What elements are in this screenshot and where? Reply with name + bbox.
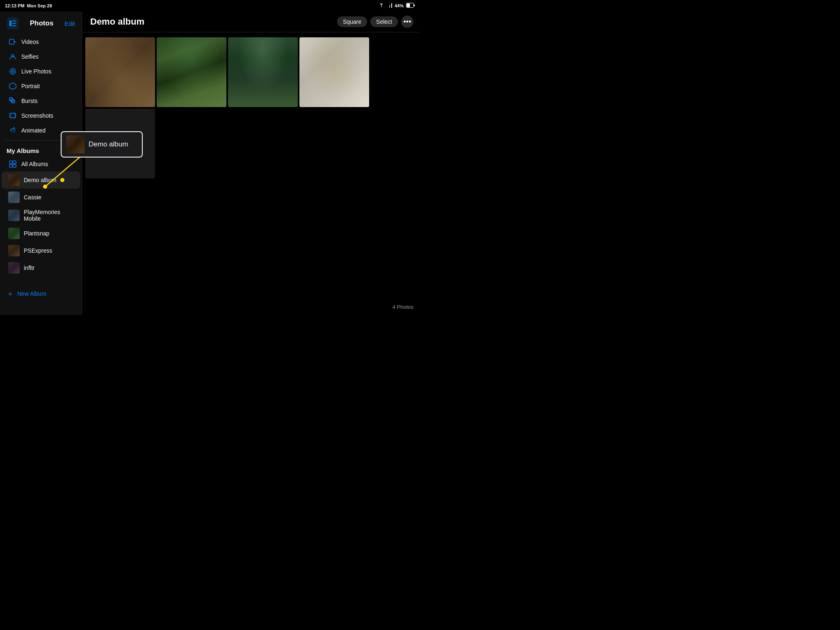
sidebar-toggle-icon[interactable] bbox=[7, 17, 19, 30]
psexpress-thumbnail bbox=[8, 245, 20, 256]
sidebar-item-playmemories[interactable]: PlayMemories Mobile bbox=[2, 206, 80, 225]
new-album-plus-icon: ＋ bbox=[7, 289, 14, 299]
photo-item-2[interactable] bbox=[157, 37, 226, 107]
svg-point-14 bbox=[12, 71, 13, 72]
sidebar-label-bursts: Bursts bbox=[21, 98, 38, 104]
main-content: Demo album Square Select ••• + 4 Photos bbox=[82, 11, 420, 315]
svg-rect-21 bbox=[13, 161, 16, 164]
sidebar-label-demo-album: Demo album bbox=[24, 177, 56, 183]
sidebar-label-videos: Videos bbox=[21, 39, 39, 45]
new-album-label: New Album bbox=[17, 290, 46, 297]
svg-marker-0 bbox=[391, 3, 392, 8]
svg-rect-6 bbox=[12, 21, 16, 21]
sidebar-item-cassie[interactable]: Cassie bbox=[2, 189, 80, 206]
videos-icon bbox=[8, 37, 17, 46]
sidebar-label-all-albums: All Albums bbox=[21, 161, 48, 167]
sidebar-item-all-albums[interactable]: All Albums bbox=[2, 157, 80, 171]
screenshots-icon bbox=[8, 111, 17, 120]
svg-marker-10 bbox=[14, 41, 16, 43]
svg-rect-9 bbox=[9, 39, 14, 44]
square-button[interactable]: Square bbox=[337, 16, 367, 27]
header-actions: Square Select ••• bbox=[337, 16, 413, 28]
animated-icon bbox=[8, 126, 17, 135]
status-left: 12:13 PM Mon Sep 28 bbox=[5, 3, 52, 8]
portrait-icon bbox=[8, 82, 17, 91]
photo-item-4[interactable] bbox=[299, 37, 369, 107]
playmemories-thumbnail bbox=[8, 210, 20, 221]
sidebar-label-selfies: Selfies bbox=[21, 53, 39, 60]
demo-album-thumbnail bbox=[8, 174, 20, 186]
svg-rect-7 bbox=[12, 23, 16, 24]
demo-album-indicator bbox=[60, 178, 64, 182]
wifi-icon bbox=[378, 3, 385, 9]
sidebar-label-playmemories: PlayMemories Mobile bbox=[24, 209, 73, 222]
battery-label: 44% bbox=[395, 3, 404, 8]
sidebar-header: Photos Edit bbox=[0, 14, 82, 34]
signal-icon bbox=[387, 3, 392, 9]
infltr-thumbnail bbox=[8, 262, 20, 274]
status-right: 44% bbox=[378, 3, 415, 9]
plantsnap-thumbnail bbox=[8, 228, 20, 239]
sidebar-title: Photos bbox=[30, 19, 54, 27]
photo-count-label: 4 Photos bbox=[393, 304, 413, 310]
svg-marker-15 bbox=[9, 83, 16, 89]
date: Mon Sep 28 bbox=[27, 3, 52, 8]
new-album-button[interactable]: ＋ New Album bbox=[0, 285, 82, 303]
svg-rect-3 bbox=[407, 4, 410, 7]
sidebar-label-animated: Animated bbox=[21, 127, 46, 134]
my-albums-title: My Albums bbox=[7, 147, 39, 154]
sidebar-item-portrait[interactable]: Portrait bbox=[2, 79, 80, 94]
select-button[interactable]: Select bbox=[370, 16, 398, 27]
sidebar-item-videos[interactable]: Videos bbox=[2, 34, 80, 49]
main-header: Demo album Square Select ••• bbox=[82, 11, 420, 32]
svg-rect-4 bbox=[414, 5, 415, 7]
photo-item-1[interactable] bbox=[85, 37, 155, 107]
sidebar-item-live-photos[interactable]: Live Photos bbox=[2, 64, 80, 79]
all-albums-icon bbox=[8, 160, 17, 169]
sidebar-label-portrait: Portrait bbox=[21, 83, 40, 89]
more-button[interactable]: ••• bbox=[401, 16, 413, 28]
photo-count-bar: 4 Photos bbox=[82, 303, 420, 315]
tooltip-thumbnail bbox=[66, 135, 84, 153]
sidebar-label-infltr: infltr bbox=[24, 265, 34, 271]
svg-marker-1 bbox=[389, 5, 390, 8]
bursts-icon bbox=[8, 96, 17, 105]
photo-grid: + bbox=[82, 32, 420, 303]
tooltip-label: Demo album bbox=[89, 140, 128, 148]
svg-rect-20 bbox=[9, 161, 12, 164]
svg-rect-19 bbox=[10, 113, 16, 118]
photo-item-3[interactable] bbox=[228, 37, 298, 107]
svg-rect-22 bbox=[9, 164, 12, 167]
sidebar-item-infltr[interactable]: infltr bbox=[2, 259, 80, 276]
time: 12:13 PM bbox=[5, 3, 25, 8]
sidebar-label-psexpress: PSExpress bbox=[24, 247, 52, 254]
selfies-icon bbox=[8, 52, 17, 61]
svg-rect-5 bbox=[9, 21, 11, 26]
svg-rect-8 bbox=[12, 25, 16, 26]
sidebar-label-plantsnap: Plantsnap bbox=[24, 230, 49, 237]
sidebar-item-plantsnap[interactable]: Plantsnap bbox=[2, 225, 80, 242]
main-album-title: Demo album bbox=[90, 16, 144, 27]
sidebar-item-screenshots[interactable]: Screenshots bbox=[2, 108, 80, 123]
sidebar-item-demo-album[interactable]: Demo album bbox=[2, 171, 80, 189]
live-photos-icon bbox=[8, 67, 17, 76]
cassie-thumbnail bbox=[8, 192, 20, 203]
status-bar: 12:13 PM Mon Sep 28 44% bbox=[0, 0, 420, 11]
sidebar-item-selfies[interactable]: Selfies bbox=[2, 49, 80, 64]
sidebar-item-bursts[interactable]: Bursts bbox=[2, 94, 80, 108]
app-container: Photos Edit Videos Selfies bbox=[0, 0, 420, 315]
battery-icon bbox=[406, 3, 415, 9]
demo-album-tooltip: Demo album bbox=[61, 131, 143, 158]
sidebar-label-cassie: Cassie bbox=[24, 194, 41, 201]
sidebar-edit-button[interactable]: Edit bbox=[64, 20, 75, 27]
sidebar-label-screenshots: Screenshots bbox=[21, 112, 53, 119]
sidebar-label-live-photos: Live Photos bbox=[21, 68, 51, 75]
svg-rect-23 bbox=[13, 164, 16, 167]
sidebar-item-psexpress[interactable]: PSExpress bbox=[2, 242, 80, 259]
sidebar: Photos Edit Videos Selfies bbox=[0, 11, 82, 315]
